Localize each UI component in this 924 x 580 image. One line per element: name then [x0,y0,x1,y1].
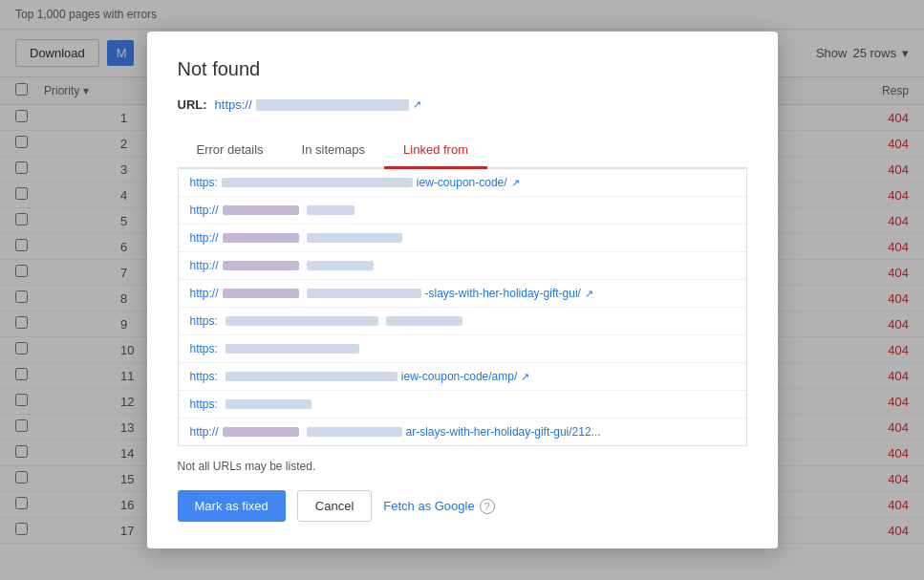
external-link-icon: ↗ [413,98,421,111]
url-blur [226,399,312,409]
list-item: https: [179,308,746,335]
url-blur [307,205,355,215]
linked-url[interactable]: http:// ar-slays-with-her-holiday-gift-g… [190,425,601,439]
list-item: http:// ar-slays-with-her-holiday-gift-g… [179,419,746,445]
external-link-icon: ↗ [521,371,529,383]
url-blur [307,261,374,270]
list-item: http:// [179,252,746,280]
tab-error-details[interactable]: Error details [178,133,283,169]
url-blur [226,316,378,326]
fetch-as-google-link[interactable]: Fetch as Google ? [383,499,494,514]
linked-url[interactable]: http:// [190,259,374,272]
url-blur [223,289,299,298]
list-item: https: iew-coupon-code/amp/ ↗ [179,363,746,391]
fetch-google-text: Fetch as Google [383,499,474,513]
url-blur [386,316,462,326]
tab-in-sitemaps[interactable]: In sitemaps [283,133,384,169]
list-item: http:// -slays-with-her-holiday-gift-gui… [179,280,746,308]
linked-url[interactable]: https: iew-coupon-code/ ↗ [190,176,520,189]
url-blur [223,427,299,437]
url-blur [307,289,421,298]
linked-url[interactable]: http:// [190,204,355,217]
modal-url-link[interactable]: https:// ↗ [215,97,421,112]
list-item: http:// [179,197,746,225]
modal-dialog: Not found URL: https:// ↗ Error details … [147,32,778,548]
external-link-icon: ↗ [585,288,593,300]
modal-url-row: URL: https:// ↗ [178,97,747,112]
list-item: http:// [179,225,746,252]
modal-overlay: Not found URL: https:// ↗ Error details … [0,0,924,580]
linked-url[interactable]: https: [190,397,312,411]
linked-url[interactable]: http:// [190,231,402,245]
linked-url[interactable]: https: [190,314,462,328]
url-blur [226,344,359,354]
help-icon[interactable]: ? [480,499,495,514]
url-blurred [256,99,409,111]
url-blur [223,261,299,270]
url-blur [223,233,299,243]
url-blur [226,372,398,381]
modal-title: Not found [178,58,747,80]
linked-from-list: https: iew-coupon-code/ ↗ http:// http:/… [178,169,747,446]
linked-url[interactable]: https: iew-coupon-code/amp/ ↗ [190,370,530,383]
list-item: https: [179,391,746,419]
list-item: https: iew-coupon-code/ ↗ [179,169,746,197]
linked-url[interactable]: https: [190,342,359,355]
external-link-icon: ↗ [511,177,520,189]
url-blur [223,205,299,215]
mark-fixed-button[interactable]: Mark as fixed [178,490,286,522]
tab-linked-from[interactable]: Linked from [384,133,487,169]
modal-note: Not all URLs may be listed. [178,460,747,473]
url-blur [222,178,413,187]
url-blur [307,427,402,437]
list-item: https: [179,335,746,363]
linked-url[interactable]: http:// -slays-with-her-holiday-gift-gui… [190,287,593,300]
url-prefix: https:// [215,97,252,112]
url-label: URL: [178,97,207,112]
modal-tabs: Error details In sitemaps Linked from [178,133,747,169]
url-blur [307,233,402,243]
modal-actions: Mark as fixed Cancel Fetch as Google ? [178,490,747,522]
cancel-button[interactable]: Cancel [297,490,372,522]
